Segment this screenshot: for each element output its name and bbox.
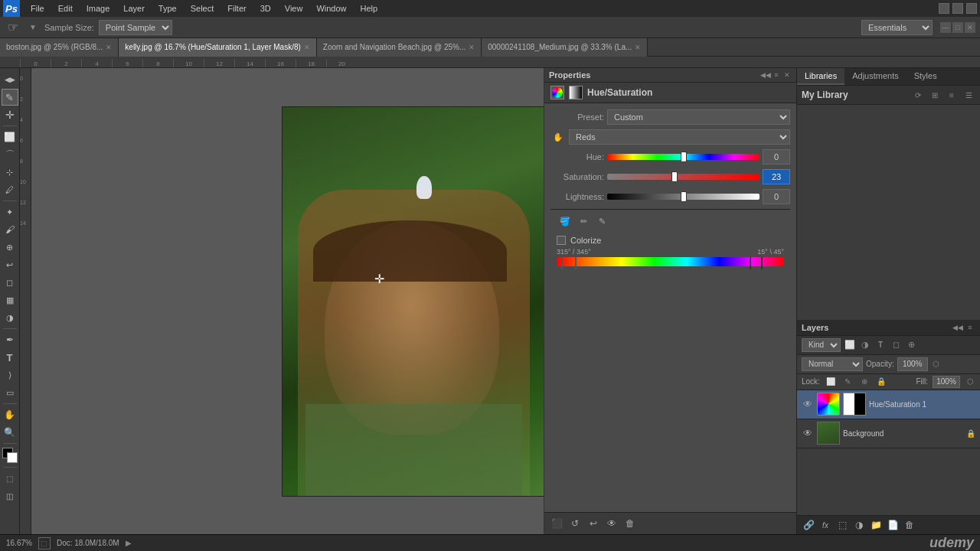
- paint-bucket-tool-btn[interactable]: 🪣: [557, 213, 573, 230]
- tab-close-medium[interactable]: ✕: [635, 44, 641, 51]
- props-expand-icon[interactable]: ◀◀: [761, 70, 770, 80]
- tool-options-arrow[interactable]: ▼: [26, 21, 40, 34]
- tool-gradient[interactable]: ▦: [2, 292, 18, 308]
- menu-layer[interactable]: Layer: [117, 2, 151, 15]
- ws-close[interactable]: ✕: [965, 22, 975, 33]
- minimize-button[interactable]: [939, 3, 949, 14]
- menu-image[interactable]: Image: [80, 2, 116, 15]
- tab-boston[interactable]: boston.jpg @ 25% (RGB/8... ✕: [0, 38, 119, 57]
- tool-heal[interactable]: ✦: [2, 204, 18, 220]
- tool-type[interactable]: T: [2, 349, 18, 366]
- channel-select[interactable]: Reds: [569, 129, 790, 145]
- colorize-checkbox[interactable]: [557, 236, 566, 245]
- sat-thumb[interactable]: [671, 171, 678, 182]
- close-button[interactable]: [966, 3, 977, 14]
- tool-history[interactable]: ↩: [2, 256, 18, 273]
- library-list-btn[interactable]: ≡: [945, 88, 959, 102]
- filter-smart-btn[interactable]: ⊕: [905, 339, 917, 351]
- filter-type-btn[interactable]: T: [874, 339, 887, 351]
- maximize-button[interactable]: [952, 3, 963, 14]
- menu-3d[interactable]: 3D: [254, 2, 277, 15]
- filter-shape-btn[interactable]: ◻: [890, 339, 902, 351]
- tab-libraries[interactable]: Libraries: [797, 68, 844, 85]
- status-arrow[interactable]: ▶: [126, 539, 132, 547]
- tab-close-kelly[interactable]: ✕: [304, 44, 310, 51]
- tool-zoom[interactable]: 🔍: [2, 424, 18, 441]
- tab-kelly[interactable]: kelly.jpg @ 16.7% (Hue/Saturation 1, Lay…: [119, 38, 317, 57]
- layers-menu-icon[interactable]: ≡: [965, 322, 975, 333]
- tool-brush[interactable]: 🖌: [2, 221, 18, 238]
- new-layer-btn[interactable]: 📄: [886, 518, 900, 532]
- filter-pixel-btn[interactable]: ⬜: [844, 339, 856, 351]
- eraser-tool-btn[interactable]: ✎: [593, 213, 610, 230]
- tool-lasso[interactable]: ⌒: [2, 146, 18, 163]
- tool-marquee[interactable]: ⬜: [2, 129, 18, 145]
- layer-visibility-bg[interactable]: 👁: [802, 427, 814, 439]
- color-swatches[interactable]: [2, 448, 18, 463]
- brush-tool-btn[interactable]: ✏: [575, 213, 592, 230]
- library-sync-btn[interactable]: ⟳: [911, 88, 925, 102]
- filter-adjustment-btn[interactable]: ◑: [859, 339, 871, 351]
- tool-crop[interactable]: ⊹: [2, 164, 18, 181]
- hue-input[interactable]: 0: [763, 149, 790, 165]
- tool-3d[interactable]: ◫: [2, 487, 18, 504]
- previous-btn[interactable]: ↩: [586, 516, 601, 531]
- tab-zoom[interactable]: Zoom and Navigation Beach.jpg @ 25%... ✕: [317, 38, 482, 57]
- delete-btn[interactable]: 🗑: [622, 516, 638, 531]
- delete-layer-btn[interactable]: 🗑: [903, 518, 916, 532]
- tool-expand[interactable]: ◀▶: [2, 71, 18, 88]
- sat-track[interactable]: [607, 174, 760, 180]
- layer-visibility-hue[interactable]: 👁: [802, 398, 814, 410]
- props-close-icon[interactable]: ✕: [782, 70, 792, 80]
- menu-help[interactable]: Help: [354, 2, 384, 15]
- tool-dodge[interactable]: ◑: [2, 309, 18, 326]
- ws-minimize[interactable]: —: [940, 22, 951, 33]
- fill-chain-icon[interactable]: ⬡: [965, 377, 975, 387]
- link-layers-btn[interactable]: 🔗: [802, 518, 815, 532]
- tab-medium[interactable]: 00000241108_Medium.jpg @ 33.3% (La... ✕: [482, 38, 648, 57]
- tool-shape[interactable]: ▭: [2, 384, 18, 401]
- sample-size-select[interactable]: Point Sample: [99, 20, 172, 35]
- menu-window[interactable]: Window: [310, 2, 352, 15]
- menu-view[interactable]: View: [279, 2, 309, 15]
- menu-select[interactable]: Select: [185, 2, 220, 15]
- menu-type[interactable]: Type: [152, 2, 183, 15]
- tool-eyedropper[interactable]: ✎: [2, 89, 18, 106]
- light-thumb[interactable]: [681, 191, 687, 202]
- hue-thumb[interactable]: [681, 152, 687, 162]
- hue-track[interactable]: [607, 154, 760, 160]
- reset-btn[interactable]: ↺: [567, 516, 583, 531]
- light-track[interactable]: [607, 194, 760, 200]
- tool-eraser[interactable]: ◻: [2, 274, 18, 291]
- clip-btn[interactable]: ⬛: [549, 516, 564, 531]
- filter-type-select[interactable]: Kind: [802, 338, 841, 352]
- lightness-input[interactable]: 0: [763, 189, 790, 204]
- opacity-input[interactable]: [897, 357, 928, 371]
- layer-background[interactable]: 👁 Background 🔒: [797, 419, 980, 448]
- tab-adjustments[interactable]: Adjustments: [844, 68, 906, 85]
- add-mask-btn[interactable]: ⬚: [835, 518, 849, 532]
- tool-pen[interactable]: ✒: [2, 331, 18, 348]
- tool-hand[interactable]: ✋: [2, 406, 18, 423]
- tab-close-boston[interactable]: ✕: [106, 44, 112, 51]
- blend-mode-select[interactable]: Normal: [802, 357, 863, 371]
- library-menu-btn[interactable]: ☰: [962, 88, 975, 102]
- layer-hue-saturation[interactable]: 👁 Hue/Saturation 1: [797, 390, 980, 419]
- tool-eyedropper2[interactable]: 🖊: [2, 181, 18, 198]
- workspace-select[interactable]: Essentials: [861, 20, 933, 35]
- menu-filter[interactable]: Filter: [221, 2, 252, 15]
- menu-edit[interactable]: Edit: [52, 2, 79, 15]
- layers-expand-icon[interactable]: ◀◀: [952, 322, 963, 333]
- view-btn[interactable]: 👁: [604, 516, 619, 531]
- lock-pixels-btn[interactable]: ⬜: [825, 376, 837, 388]
- tool-move[interactable]: ✛: [2, 106, 18, 123]
- tool-path[interactable]: ⟩: [2, 367, 18, 383]
- target-adjustment-icon[interactable]: ✋: [550, 129, 566, 145]
- opacity-chain-icon[interactable]: ⬡: [931, 359, 942, 370]
- tab-close-zoom[interactable]: ✕: [469, 44, 475, 51]
- saturation-input[interactable]: 23: [763, 169, 790, 184]
- preset-select[interactable]: Custom: [607, 109, 790, 125]
- background-color[interactable]: [7, 452, 18, 463]
- menu-file[interactable]: File: [24, 2, 51, 15]
- adjustment-btn[interactable]: ◑: [852, 518, 866, 532]
